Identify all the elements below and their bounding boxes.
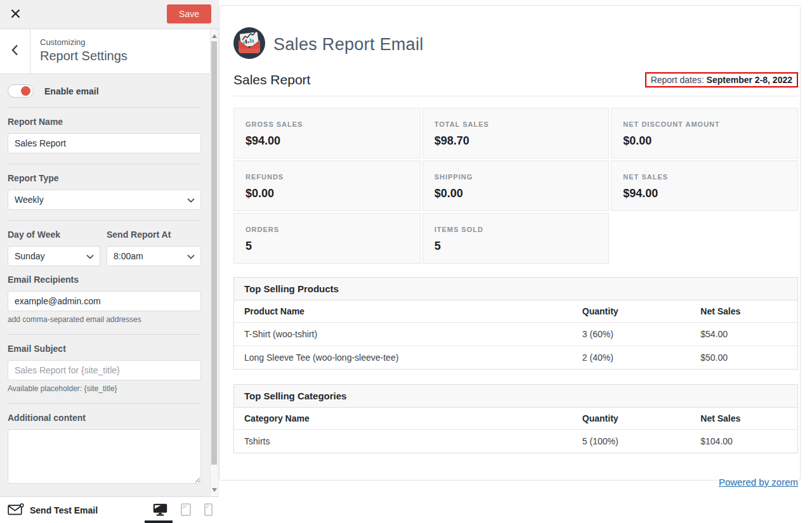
customizer-topbar: Save xyxy=(0,0,219,29)
column-header: Quantity xyxy=(572,408,690,430)
column-header: Quantity xyxy=(572,300,690,323)
send-report-at-select[interactable]: 8:00am xyxy=(107,246,201,266)
tablet-icon xyxy=(181,503,191,518)
report-type-select[interactable]: Weekly xyxy=(8,190,201,210)
send-report-at-label: Send Report At xyxy=(107,229,201,240)
back-chevron-icon xyxy=(11,44,18,58)
stat-orders: ORDERS 5 xyxy=(233,213,421,264)
envelope-icon xyxy=(8,503,24,517)
report-name-label: Report Name xyxy=(8,117,201,127)
email-recipients-help: add comma-separated email addresses xyxy=(8,315,201,324)
stat-gross-sales: GROSS SALES $94.00 xyxy=(233,108,421,158)
close-customizer-button[interactable] xyxy=(0,0,30,29)
products-panel-title: Top Selling Products xyxy=(234,278,797,300)
active-device-indicator xyxy=(145,520,173,523)
stat-total-sales: TOTAL SALES $98.70 xyxy=(422,108,610,158)
table-row: Tshirts 5 (100%) $104.00 xyxy=(234,430,797,453)
email-recipients-section: Email Recipients add comma-separated ema… xyxy=(0,266,210,334)
column-header: Product Name xyxy=(234,300,572,323)
categories-panel-title: Top Selling Categories xyxy=(234,385,797,408)
table-row: T-Shirt (woo-tshirt) 3 (60%) $54.00 xyxy=(234,323,797,346)
table-header-row: Category Name Quantity Net Sales xyxy=(234,408,797,430)
additional-content-section: Additional content xyxy=(0,404,210,496)
scroll-down-icon[interactable] xyxy=(212,488,217,492)
powered-by-link[interactable]: Powered by zorem xyxy=(719,477,798,487)
additional-content-textarea[interactable] xyxy=(8,429,201,484)
email-recipients-label: Email Recipients xyxy=(8,274,201,285)
powered-by-row: Powered by zorem xyxy=(233,477,798,488)
table-header-row: Product Name Quantity Net Sales xyxy=(234,300,797,323)
close-icon xyxy=(11,9,20,20)
report-dates-value: September 2-8, 2022 xyxy=(707,75,792,85)
additional-content-label: Additional content xyxy=(8,413,201,423)
products-table: Product Name Quantity Net Sales T-Shirt … xyxy=(234,300,797,369)
schedule-section: Day of Week Sunday Send Report At 8:00am xyxy=(0,221,210,266)
stat-refunds: REFUNDS $0.00 xyxy=(233,160,421,211)
email-subject-help: Available placeholder: {site_title} xyxy=(8,384,201,393)
customizer-sidebar: Save Customizing Report Settings Enable … xyxy=(0,0,219,523)
sales-report-logo-icon xyxy=(233,27,265,61)
save-button[interactable]: Save xyxy=(167,4,211,23)
report-dates-label: Report dates: xyxy=(651,75,704,85)
scrollbar-thumb[interactable] xyxy=(211,41,217,465)
column-header: Net Sales xyxy=(690,300,797,323)
table-row: Long Sleeve Tee (woo-long-sleeve-tee) 2 … xyxy=(234,346,797,370)
sidebar-scrollbar[interactable] xyxy=(210,30,218,496)
stat-net-sales: NET SALES $94.00 xyxy=(611,160,798,211)
sidebar-footer: Send Test Email xyxy=(0,496,219,523)
desktop-icon xyxy=(153,503,167,518)
email-subject-label: Email Subject xyxy=(8,344,201,354)
stat-shipping: SHIPPING $0.00 xyxy=(422,160,610,211)
day-of-week-label: Day of Week xyxy=(8,229,100,240)
email-subject-input[interactable] xyxy=(8,360,201,380)
device-mobile-button[interactable] xyxy=(203,502,214,519)
stats-grid: GROSS SALES $94.00 TOTAL SALES $98.70 NE… xyxy=(233,108,798,264)
device-preview-switcher xyxy=(152,497,214,523)
email-preview-panel: Sales Report Email Sales Report Report d… xyxy=(219,5,801,481)
email-preview-area: Sales Report Email Sales Report Report d… xyxy=(219,0,812,523)
email-header: Sales Report Email xyxy=(233,27,798,61)
heading-divider xyxy=(233,96,798,96)
breadcrumb: Customizing xyxy=(40,37,128,47)
customizer-controls: Enable email Report Name Report Type Wee… xyxy=(0,75,210,496)
categories-table: Category Name Quantity Net Sales Tshirts… xyxy=(234,408,797,453)
send-test-email-label: Send Test Email xyxy=(30,505,98,515)
report-name-input[interactable] xyxy=(8,133,201,153)
stat-net-discount: NET DISCOUNT AMOUNT $0.00 xyxy=(611,108,798,158)
report-dates-badge: Report dates: September 2-8, 2022 xyxy=(645,72,798,87)
report-type-section: Report Type Weekly xyxy=(0,164,210,220)
stat-empty-cell xyxy=(611,213,798,264)
device-desktop-button[interactable] xyxy=(152,502,169,519)
email-recipients-input[interactable] xyxy=(8,291,201,311)
report-heading-row: Sales Report Report dates: September 2-8… xyxy=(233,72,798,87)
device-tablet-button[interactable] xyxy=(180,502,192,519)
report-heading: Sales Report xyxy=(233,72,310,87)
enable-email-control: Enable email xyxy=(0,75,210,107)
back-button[interactable] xyxy=(0,29,30,74)
send-test-email-button[interactable]: Send Test Email xyxy=(0,503,98,517)
smartphone-icon xyxy=(204,503,213,518)
toggle-knob xyxy=(21,86,30,96)
day-of-week-select[interactable]: Sunday xyxy=(8,246,100,266)
report-name-section: Report Name xyxy=(0,108,210,164)
email-subject-section: Email Subject Available placeholder: {si… xyxy=(0,335,210,403)
panel-title: Report Settings xyxy=(40,49,128,63)
column-header: Category Name xyxy=(234,408,572,430)
panel-header: Customizing Report Settings xyxy=(0,29,210,74)
top-selling-categories-panel: Top Selling Categories Category Name Qua… xyxy=(233,384,798,453)
report-type-label: Report Type xyxy=(8,173,201,183)
email-title: Sales Report Email xyxy=(273,35,424,55)
enable-email-toggle[interactable] xyxy=(8,84,34,98)
stat-items-sold: ITEMS SOLD 5 xyxy=(422,213,610,264)
enable-email-label: Enable email xyxy=(44,86,99,96)
scroll-up-icon[interactable] xyxy=(212,34,217,38)
top-selling-products-panel: Top Selling Products Product Name Quanti… xyxy=(233,277,798,370)
column-header: Net Sales xyxy=(690,408,797,430)
